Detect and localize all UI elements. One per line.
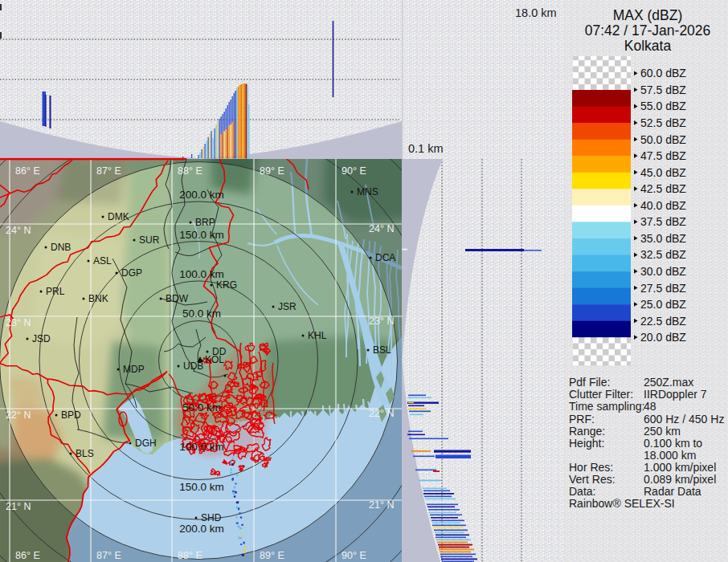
svg-text:87° E: 87° E [96, 165, 121, 177]
svg-text:Data:: Data: [569, 485, 595, 498]
svg-text:DCA: DCA [375, 252, 395, 263]
svg-text:22° N: 22° N [6, 409, 31, 421]
svg-text:DNB: DNB [51, 242, 71, 253]
svg-text:40.0 dBZ: 40.0 dBZ [640, 199, 686, 212]
svg-text:DGP: DGP [121, 267, 142, 279]
svg-text:23° N: 23° N [6, 317, 31, 328]
svg-text:52.5 dBZ: 52.5 dBZ [640, 116, 686, 129]
svg-text:KRG: KRG [216, 279, 237, 291]
svg-text:BSL: BSL [373, 344, 391, 356]
svg-text:89° E: 89° E [260, 165, 284, 177]
svg-text:Range:: Range: [569, 425, 605, 438]
svg-text:47.5 dBZ: 47.5 dBZ [640, 149, 686, 162]
svg-text:Rainbow® SELEX-SI: Rainbow® SELEX-SI [569, 497, 675, 510]
svg-text:SHD: SHD [201, 512, 222, 523]
svg-text:21° N: 21° N [6, 501, 31, 512]
svg-text:42.5 dBZ: 42.5 dBZ [640, 182, 686, 195]
svg-text:0.100 km to: 0.100 km to [644, 437, 702, 450]
svg-text:27.5 dBZ: 27.5 dBZ [640, 282, 686, 295]
svg-text:88° E: 88° E [178, 165, 202, 177]
svg-text:250 km: 250 km [644, 425, 681, 438]
svg-text:150.0 km: 150.0 km [179, 481, 224, 493]
svg-text:22.5 dBZ: 22.5 dBZ [640, 315, 686, 328]
svg-text:BPD: BPD [61, 409, 81, 421]
svg-text:DMK: DMK [108, 211, 129, 222]
svg-text:0.089 km/pixel: 0.089 km/pixel [644, 473, 716, 486]
svg-text:20.0 dBZ: 20.0 dBZ [640, 331, 686, 344]
svg-text:37.5 dBZ: 37.5 dBZ [640, 215, 686, 228]
svg-text:18.000 km: 18.000 km [644, 449, 696, 462]
svg-text:90° E: 90° E [342, 165, 366, 177]
svg-text:600 Hz / 450 Hz: 600 Hz / 450 Hz [644, 413, 724, 426]
svg-text:32.5 dBZ: 32.5 dBZ [640, 248, 686, 261]
svg-text:MAX (dBZ): MAX (dBZ) [613, 7, 683, 23]
svg-text:50.0 km: 50.0 km [182, 307, 221, 320]
svg-text:MNS: MNS [357, 186, 378, 198]
svg-text:BLS: BLS [76, 448, 94, 459]
svg-text:07:42 / 17-Jan-2026: 07:42 / 17-Jan-2026 [585, 22, 711, 39]
svg-text:IIRDoppler 7: IIRDoppler 7 [644, 388, 707, 401]
svg-text:250Z.max: 250Z.max [644, 376, 693, 389]
svg-text:35.0 dBZ: 35.0 dBZ [640, 232, 686, 245]
svg-text:Clutter Filter:: Clutter Filter: [569, 388, 633, 401]
svg-text:KOL: KOL [205, 354, 224, 365]
svg-text:BRP: BRP [195, 217, 215, 228]
svg-text:BNK: BNK [88, 293, 108, 304]
svg-text:25.0 dBZ: 25.0 dBZ [640, 298, 686, 311]
svg-text:50.0 km: 50.0 km [182, 401, 221, 413]
svg-text:21° N: 21° N [369, 499, 394, 511]
svg-text:55.0 dBZ: 55.0 dBZ [640, 100, 686, 112]
svg-text:100.0 km: 100.0 km [179, 268, 224, 280]
svg-text:JSD: JSD [32, 333, 51, 344]
svg-text:87° E: 87° E [96, 550, 121, 561]
svg-text:SUR: SUR [139, 234, 160, 246]
svg-text:JSR: JSR [278, 301, 297, 312]
svg-text:86° E: 86° E [15, 165, 40, 177]
svg-text:24° N: 24° N [369, 223, 394, 234]
svg-text:0.1 km: 0.1 km [408, 142, 444, 155]
svg-text:UDB: UDB [183, 360, 203, 372]
svg-text:23° N: 23° N [369, 316, 394, 327]
svg-text:MDP: MDP [123, 364, 145, 375]
svg-text:Hor Res:: Hor Res: [569, 461, 613, 474]
svg-text:PRL: PRL [46, 286, 65, 297]
svg-text:24° N: 24° N [6, 225, 31, 236]
svg-text:89° E: 89° E [260, 550, 284, 561]
svg-text:Time sampling:: Time sampling: [569, 400, 644, 413]
svg-text:18.0 km: 18.0 km [515, 6, 557, 19]
svg-text:100.0 km: 100.0 km [179, 441, 224, 453]
svg-text:150.0 km: 150.0 km [179, 229, 224, 241]
svg-text:PRF:: PRF: [569, 413, 595, 426]
svg-text:90° E: 90° E [342, 550, 366, 561]
svg-text:Kolkata: Kolkata [624, 38, 672, 54]
svg-text:57.5 dBZ: 57.5 dBZ [640, 83, 686, 96]
svg-text:Pdf File:: Pdf File: [569, 376, 610, 389]
svg-text:200.0 km: 200.0 km [179, 189, 224, 201]
svg-text:200.0 km: 200.0 km [179, 523, 224, 535]
svg-text:1.000 km/pixel: 1.000 km/pixel [644, 461, 716, 474]
svg-text:88° E: 88° E [178, 550, 202, 561]
svg-text:KHL: KHL [308, 330, 327, 341]
svg-text:86° E: 86° E [15, 550, 40, 561]
svg-text:BDW: BDW [166, 293, 189, 304]
svg-text:45.0 dBZ: 45.0 dBZ [640, 166, 686, 179]
svg-text:22° N: 22° N [369, 408, 394, 419]
svg-text:Radar Data: Radar Data [644, 485, 701, 498]
svg-text:DGH: DGH [135, 438, 157, 449]
svg-text:30.0 dBZ: 30.0 dBZ [640, 265, 686, 278]
svg-text:50.0 dBZ: 50.0 dBZ [640, 133, 686, 146]
svg-text:60.0 dBZ: 60.0 dBZ [640, 67, 686, 79]
svg-text:Height:: Height: [569, 437, 604, 450]
svg-text:48: 48 [644, 400, 656, 413]
svg-text:ASL: ASL [93, 255, 112, 267]
svg-text:Vert Res:: Vert Res: [569, 473, 616, 486]
